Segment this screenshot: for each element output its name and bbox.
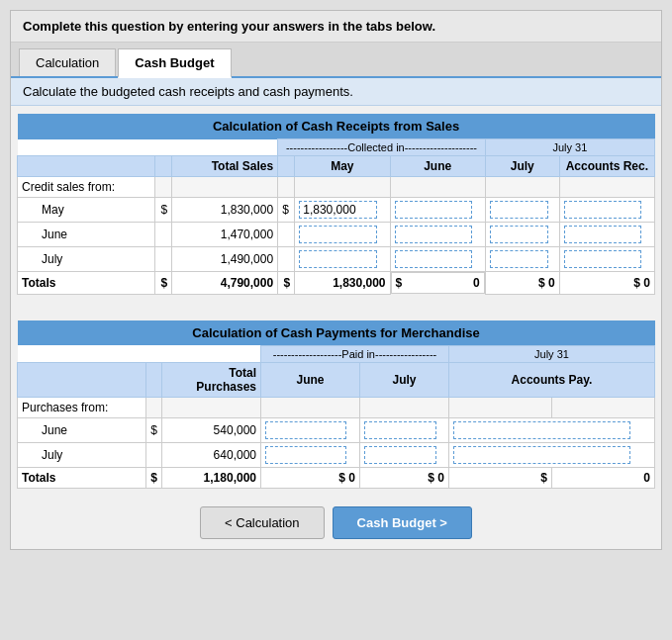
col-june: June [390, 156, 485, 177]
instruction-bar: Complete this question by entering your … [11, 11, 661, 43]
row-may-label: May [18, 198, 155, 223]
input-july-june[interactable] [395, 250, 473, 268]
row-june-total: 1,470,000 [172, 223, 278, 247]
row-june-june-input[interactable] [390, 223, 485, 247]
next-button[interactable]: Cash Budget > [333, 506, 472, 539]
row-p-june-july-input[interactable] [360, 417, 449, 442]
subtitle-text: Calculate the budgeted cash receipts and… [23, 84, 353, 99]
p-totals-dollar3: $ [428, 471, 434, 485]
row-p-july-total: 640,000 [162, 442, 261, 467]
p-totals-june: 0 [348, 471, 355, 485]
col-july: July [485, 156, 559, 177]
col-total-purchases: Total Purchases [162, 362, 261, 397]
p-totals-accts: 0 [643, 471, 650, 485]
col-total-sales: Total Sales [172, 156, 278, 177]
tab-cash-budget[interactable]: Cash Budget [118, 48, 231, 78]
row-july-label: July [18, 247, 155, 272]
row-p-june-accts-input[interactable] [449, 417, 655, 442]
totals-dollar1: $ [155, 272, 172, 295]
section1-subheader: -----------------Collected in-----------… [278, 139, 486, 156]
tabs-row: Calculation Cash Budget [11, 43, 661, 78]
row-may-dollar1: $ [155, 198, 172, 223]
input-may-june[interactable] [395, 201, 473, 219]
subtitle-bar: Calculate the budgeted cash receipts and… [11, 78, 661, 106]
totals-dollar2: $ [278, 272, 295, 295]
totals-accts: 0 [643, 276, 650, 290]
tab-calculation[interactable]: Calculation [19, 48, 116, 76]
input-p-july-june[interactable] [265, 446, 346, 464]
purchases-label: Purchases from: [18, 397, 146, 417]
p-totals-label: Totals [18, 467, 146, 488]
totals-label: Totals [18, 272, 155, 295]
nav-buttons: < Calculation Cash Budget > [11, 497, 661, 549]
row-may-june-input[interactable] [390, 198, 485, 223]
input-july-accts[interactable] [564, 250, 642, 268]
row-july-may-input[interactable] [295, 247, 390, 272]
totals-july: 0 [548, 276, 555, 290]
section2-july31-label: July 31 [449, 345, 655, 362]
row-p-june-june-input[interactable] [261, 417, 360, 442]
row-p-june-label: June [18, 417, 146, 442]
section2-title: Calculation of Cash Payments for Merchan… [18, 320, 655, 346]
row-july-total: 1,490,000 [172, 247, 278, 272]
section1-july31-label: July 31 [485, 139, 654, 156]
input-p-july-july[interactable] [364, 446, 436, 464]
col-accts-rec: Accounts Rec. [559, 156, 654, 177]
row-p-july-july-input[interactable] [360, 442, 449, 467]
p-totals-total: 1,180,000 [162, 467, 261, 488]
row-june-july-input[interactable] [485, 223, 559, 247]
p-totals-dollar1: $ [146, 467, 162, 488]
col2-accts-pay: Accounts Pay. [449, 362, 655, 397]
row-july-june-input[interactable] [390, 247, 485, 272]
col2-june: June [261, 362, 360, 397]
row-may-total: 1,830,000 [172, 198, 278, 223]
row-may-july-input[interactable] [485, 198, 559, 223]
input-june-june[interactable] [395, 226, 473, 243]
p-totals-dollar2: $ [338, 471, 345, 485]
instruction-text: Complete this question by entering your … [23, 19, 435, 34]
input-p-june-accts[interactable] [453, 421, 630, 439]
row-june-accts-input[interactable] [559, 223, 654, 247]
col2-july: July [360, 362, 449, 397]
input-p-june-june[interactable] [265, 421, 346, 439]
totals-total: 4,790,000 [172, 272, 278, 295]
input-june-accts[interactable] [564, 226, 642, 243]
p-totals-july: 0 [437, 471, 444, 485]
row-july-july-input[interactable] [485, 247, 559, 272]
input-p-july-accts[interactable] [453, 446, 630, 464]
input-may-may[interactable] [299, 201, 377, 219]
input-june-may[interactable] [299, 226, 377, 243]
row-june-label: June [18, 223, 155, 247]
row-may-accts-input[interactable] [559, 198, 654, 223]
input-june-july[interactable] [490, 226, 548, 243]
input-may-accts[interactable] [564, 201, 642, 219]
totals-dollar5: $ [633, 276, 640, 290]
row-june-may-input[interactable] [295, 223, 390, 247]
section1-title: Calculation of Cash Receipts from Sales [18, 114, 655, 139]
row-p-july-label: July [18, 442, 146, 467]
input-may-july[interactable] [490, 201, 548, 219]
row-p-june-total: 540,000 [162, 417, 261, 442]
row-may-may-input[interactable] [295, 198, 390, 223]
totals-dollar3: $ [396, 276, 403, 290]
p-totals-dollar4: $ [540, 471, 547, 485]
row-p-july-accts-input[interactable] [449, 442, 655, 467]
input-p-june-july[interactable] [364, 421, 436, 439]
prev-button[interactable]: < Calculation [200, 506, 325, 539]
input-july-may[interactable] [299, 250, 377, 268]
totals-may: 1,830,000 [295, 272, 390, 295]
col-may: May [295, 156, 390, 177]
row-may-dollar2: $ [278, 198, 295, 223]
section-cash-payments: Calculation of Cash Payments for Merchan… [17, 320, 655, 489]
totals-dollar4: $ [538, 276, 545, 290]
input-july-july[interactable] [490, 250, 548, 268]
section2-subheader: -------------------Paid in--------------… [261, 345, 449, 362]
row-p-july-june-input[interactable] [261, 442, 360, 467]
totals-june: 0 [404, 276, 480, 290]
credit-sales-label: Credit sales from: [18, 177, 155, 198]
row-p-june-dollar1: $ [146, 417, 162, 442]
row-july-accts-input[interactable] [559, 247, 654, 272]
section-cash-receipts: Calculation of Cash Receipts from Sales … [17, 114, 655, 295]
